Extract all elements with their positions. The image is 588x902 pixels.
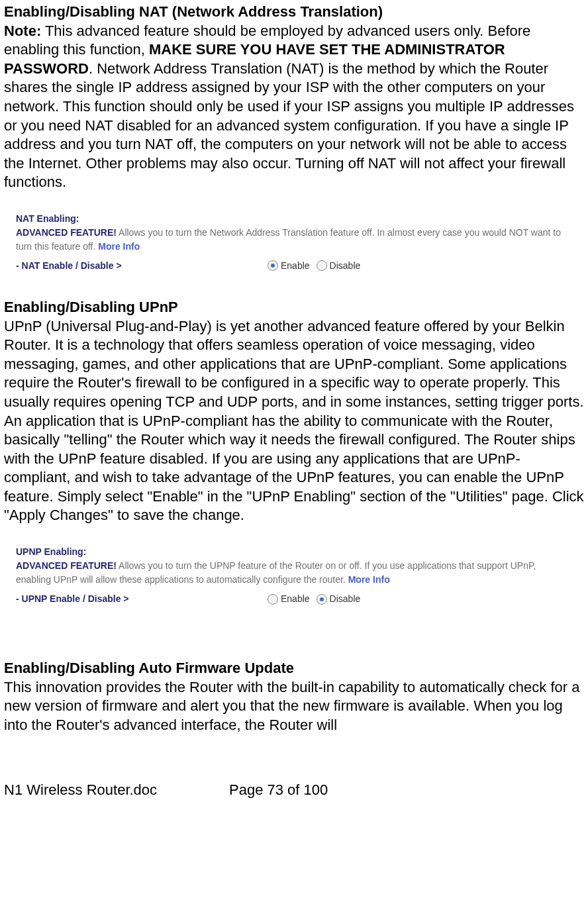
upnp-disable-label: Disable (330, 592, 361, 606)
upnp-ui-title: UPNP Enabling: (16, 545, 565, 559)
nat-disable-radio[interactable]: Disable (317, 259, 361, 273)
footer-doc-name: N1 Wireless Router.doc (4, 781, 229, 800)
radio-selected-icon (268, 260, 278, 271)
upnp-paragraph: UPnP (Universal Plug-and-Play) is yet an… (4, 317, 584, 526)
nat-control-row: - NAT Enable / Disable > Enable Disable (16, 259, 565, 273)
nat-adv-label: ADVANCED FEATURE! (16, 227, 117, 238)
upnp-more-info-link[interactable]: More Info (348, 574, 390, 585)
page-footer: N1 Wireless Router.doc Page 73 of 100 (4, 781, 584, 800)
radio-unselected-icon (317, 260, 327, 271)
note-label: Note: (4, 23, 41, 39)
nat-ui-title: NAT Enabling: (16, 212, 565, 226)
upnp-adv-label: ADVANCED FEATURE! (16, 560, 117, 571)
nat-ui-desc-row: ADVANCED FEATURE! Allows you to turn the… (16, 226, 565, 254)
radio-selected-icon (317, 594, 327, 605)
nat-enable-label: Enable (281, 259, 310, 273)
nat-ui-block: NAT Enabling: ADVANCED FEATURE! Allows y… (16, 212, 565, 273)
upnp-control-row: - UPNP Enable / Disable > Enable Disable (16, 592, 565, 606)
upnp-heading: Enabling/Disabling UPnP (4, 298, 584, 317)
upnp-enable-label: Enable (281, 592, 310, 606)
nat-more-info-link[interactable]: More Info (98, 241, 140, 252)
radio-unselected-icon (268, 594, 278, 605)
nat-enable-radio[interactable]: Enable (268, 259, 310, 273)
firmware-heading: Enabling/Disabling Auto Firmware Update (4, 659, 584, 678)
upnp-ui-desc-row: ADVANCED FEATURE! Allows you to turn the… (16, 559, 565, 587)
nat-disable-label: Disable (330, 259, 361, 273)
nat-heading: Enabling/Disabling NAT (Network Address … (4, 3, 584, 22)
nat-control-label: - NAT Enable / Disable > (16, 259, 268, 273)
nat-paragraph: Note: This advanced feature should be em… (4, 22, 584, 192)
upnp-disable-radio[interactable]: Disable (317, 592, 361, 606)
footer-page-number: Page 73 of 100 (229, 781, 328, 800)
upnp-ui-block: UPNP Enabling: ADVANCED FEATURE! Allows … (16, 545, 565, 606)
upnp-control-label: - UPNP Enable / Disable > (16, 592, 268, 606)
firmware-paragraph: This innovation provides the Router with… (4, 678, 584, 735)
nat-para-2: . Network Address Translation (NAT) is t… (4, 60, 574, 191)
upnp-enable-radio[interactable]: Enable (268, 592, 310, 606)
